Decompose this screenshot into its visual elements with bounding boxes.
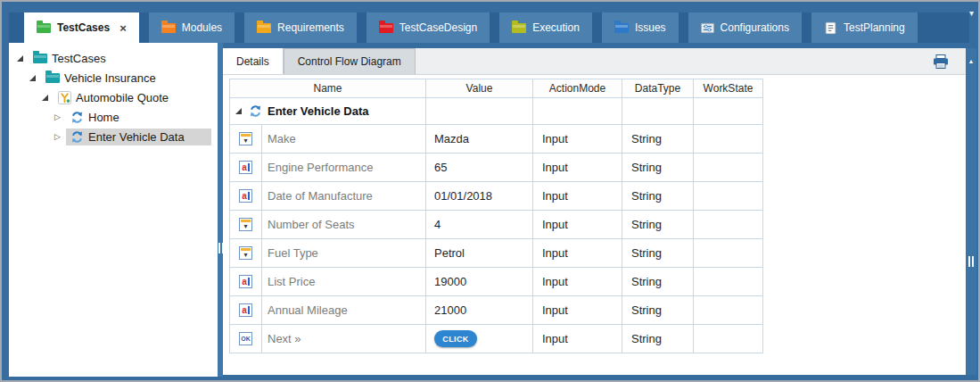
close-icon[interactable]: ×	[119, 22, 127, 34]
tab-label: Configurations	[721, 22, 789, 33]
tab-modules[interactable]: Modules	[149, 12, 235, 43]
data-type[interactable]: String	[622, 325, 694, 353]
column-header-workstate[interactable]: WorkState	[694, 79, 763, 98]
scrollbar-grip-icon[interactable]	[968, 256, 974, 267]
attribute-value[interactable]: 19000	[426, 268, 533, 296]
table-row[interactable]: a Engine Performance 65 Input String	[230, 154, 763, 182]
attribute-name: Date of Manufacture	[262, 182, 426, 211]
scroll-up-icon[interactable]: ▲	[966, 58, 976, 64]
tab-overflow-icon[interactable]: ▾	[969, 9, 974, 18]
action-mode[interactable]: Input	[533, 182, 622, 211]
table-row[interactable]: a Date of Manufacture 01/01/2018 Input S…	[230, 182, 763, 211]
attribute-name: Fuel Type	[262, 239, 426, 268]
table-header: Name Value ActionMode DataType WorkState	[230, 79, 763, 98]
attribute-value[interactable]: Mazda	[426, 125, 533, 154]
work-state[interactable]	[694, 182, 763, 211]
column-header-value[interactable]: Value	[426, 79, 533, 98]
action-mode[interactable]: Input	[533, 296, 622, 325]
expander-icon[interactable]	[14, 55, 26, 62]
tree-item-home[interactable]: ▷ Home	[9, 107, 218, 127]
data-type[interactable]: String	[622, 296, 694, 325]
teststep-group-row[interactable]: Enter Vehicle Data	[230, 98, 763, 125]
action-mode[interactable]: Input	[533, 211, 622, 239]
main-tab-bar: TestCases × Modules Requirements TestCas…	[9, 12, 969, 43]
teststep-icon	[70, 111, 84, 124]
teststep-table: Name Value ActionMode DataType WorkState	[229, 79, 763, 353]
work-state[interactable]	[694, 296, 763, 325]
table-row[interactable]: a Annual Mileage 21000 Input String	[230, 296, 763, 325]
folder-icon	[257, 23, 271, 33]
attribute-value[interactable]: 4	[426, 211, 533, 239]
data-type[interactable]: String	[622, 182, 694, 211]
work-state[interactable]	[694, 325, 763, 353]
tree-item-testcases[interactable]: TestCases	[9, 48, 218, 68]
tab-configurations[interactable]: Configurations	[688, 12, 802, 43]
tab-issues[interactable]: Issues	[602, 12, 679, 43]
work-state[interactable]	[694, 125, 763, 154]
tab-testcases[interactable]: TestCases ×	[24, 12, 139, 43]
table-row[interactable]: ▾ Fuel Type Petrol Input String	[230, 239, 763, 268]
folder-icon	[33, 54, 47, 63]
expander-icon[interactable]: ▷	[52, 113, 63, 121]
data-type[interactable]: String	[622, 125, 694, 154]
ok-button-icon: OK	[239, 332, 252, 345]
action-mode[interactable]: Input	[533, 239, 622, 268]
print-icon[interactable]	[933, 54, 949, 69]
column-header-name[interactable]: Name	[230, 79, 426, 98]
tree-item-label: Vehicle Insurance	[64, 72, 156, 84]
attribute-value[interactable]: 21000	[426, 296, 533, 325]
attribute-value[interactable]: 01/01/2018	[426, 182, 533, 211]
tab-testcasedesign[interactable]: TestCaseDesign	[366, 12, 490, 43]
tab-label: Requirements	[277, 22, 344, 33]
work-state[interactable]	[694, 239, 763, 268]
tab-execution[interactable]: Execution	[499, 12, 592, 43]
data-type[interactable]: String	[622, 211, 694, 239]
tab-requirements[interactable]: Requirements	[244, 12, 357, 43]
action-mode[interactable]: Input	[533, 268, 622, 296]
tree-item-label: TestCases	[52, 53, 106, 64]
folder-icon	[379, 23, 393, 33]
expander-icon[interactable]	[233, 108, 243, 114]
work-state[interactable]	[694, 154, 763, 182]
tree-item-enter-vehicle-data[interactable]: ▷ Enter Vehicle Data	[9, 127, 218, 146]
tab-testplanning[interactable]: TestPlanning	[811, 12, 918, 43]
teststep-icon	[70, 130, 84, 144]
table-row[interactable]: OK Next » CLICK Input String	[230, 325, 763, 353]
vertical-scrollbar[interactable]: ▲	[966, 48, 976, 375]
testcase-icon	[58, 91, 71, 104]
tab-label: TestPlanning	[844, 22, 905, 33]
table-row[interactable]: ▾ Make Mazda Input String	[230, 125, 763, 154]
action-mode[interactable]: Input	[533, 325, 622, 353]
attribute-value[interactable]: 65	[426, 154, 533, 182]
tab-details[interactable]: Details	[223, 48, 284, 74]
attribute-name: List Price	[262, 268, 426, 296]
action-mode[interactable]: Input	[533, 125, 622, 154]
tab-control-flow-diagram[interactable]: Control Flow Diagram	[284, 48, 416, 74]
column-header-actionmode[interactable]: ActionMode	[533, 79, 622, 98]
table-row[interactable]: ▾ Number of Seats 4 Input String	[230, 211, 763, 239]
expander-icon[interactable]	[39, 95, 51, 101]
data-type[interactable]: String	[622, 268, 694, 296]
tree-item-label: Enter Vehicle Data	[88, 131, 185, 143]
column-header-datatype[interactable]: DataType	[622, 79, 694, 98]
folder-icon	[45, 73, 60, 83]
work-state[interactable]	[694, 211, 763, 239]
tree-item-vehicle-insurance[interactable]: Vehicle Insurance	[9, 68, 218, 87]
textbox-icon: a	[239, 189, 252, 203]
click-button[interactable]: CLICK	[434, 330, 477, 347]
configurations-icon	[701, 21, 714, 35]
data-type[interactable]: String	[622, 154, 694, 182]
attribute-name: Number of Seats	[262, 211, 426, 239]
expander-icon[interactable]: ▷	[52, 133, 63, 141]
data-type[interactable]: String	[622, 239, 694, 268]
table-row[interactable]: a List Price 19000 Input String	[230, 268, 763, 296]
work-state[interactable]	[694, 268, 763, 296]
tree-item-automobile-quote[interactable]: Automobile Quote	[9, 87, 218, 107]
details-tab-bar: Details Control Flow Diagram	[223, 48, 968, 75]
attribute-name: Annual Mileage	[262, 296, 426, 325]
tab-label: Issues	[635, 22, 666, 33]
action-mode[interactable]: Input	[533, 154, 622, 182]
expander-icon[interactable]	[27, 75, 38, 81]
attribute-value[interactable]: Petrol	[426, 239, 533, 268]
details-panel: Details Control Flow Diagram Name Value	[223, 48, 968, 375]
